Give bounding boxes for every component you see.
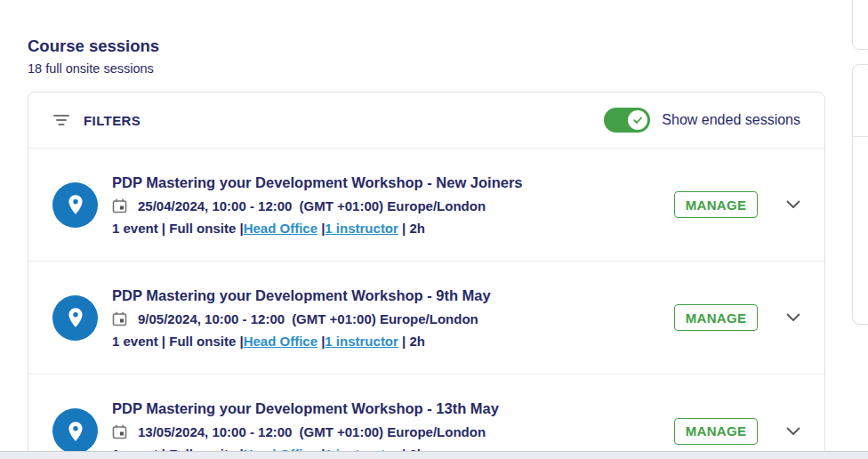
show-ended-label: Show ended sessions — [662, 112, 800, 128]
meta-separator: | — [398, 334, 410, 349]
meta-separator: | — [236, 221, 243, 236]
calendar-icon — [112, 198, 127, 213]
location-pin-badge — [52, 295, 98, 341]
session-title: PDP Mastering your Development Workshop … — [112, 174, 674, 191]
chevron-down-icon[interactable] — [786, 427, 800, 436]
session-datetime: 25/04/2024, 10:00 - 12:00 — [138, 198, 292, 213]
session-timezone: (GMT +01:00) Europe/London — [292, 311, 478, 326]
right-panel-card-partial — [852, 0, 868, 50]
events-count: 1 event — [112, 221, 158, 236]
right-panel-card-partial — [852, 64, 868, 325]
session-row: PDP Mastering your Development Workshop … — [28, 262, 824, 374]
filter-icon — [52, 113, 70, 127]
map-pin-icon — [64, 420, 87, 443]
show-ended-toggle[interactable] — [604, 108, 650, 133]
check-icon — [631, 114, 644, 126]
session-timezone: (GMT +01:00) Europe/London — [299, 424, 486, 439]
session-row: PDP Mastering your Development Workshop … — [28, 149, 824, 262]
filter-bar: FILTERS Show ended sessions — [28, 93, 824, 149]
instructor-link[interactable]: 1 instructor — [325, 221, 398, 236]
session-timezone: (GMT +01:00) Europe/London — [299, 198, 486, 213]
map-pin-icon — [64, 193, 87, 216]
show-ended-control: Show ended sessions — [604, 108, 800, 133]
meta-separator: | — [236, 334, 243, 349]
meta-separator: | — [398, 221, 410, 236]
location-link[interactable]: Head Office — [244, 221, 317, 236]
session-info: PDP Mastering your Development Workshop … — [112, 287, 674, 349]
session-title: PDP Mastering your Development Workshop … — [112, 400, 674, 417]
session-title: PDP Mastering your Development Workshop … — [112, 287, 674, 304]
session-info: PDP Mastering your Development Workshop … — [112, 174, 674, 236]
instructor-link[interactable]: 1 instructor — [325, 334, 398, 349]
location-pin-badge — [52, 408, 98, 454]
manage-button[interactable]: MANAGE — [674, 191, 758, 218]
toggle-knob — [628, 110, 647, 130]
page-subtitle: 18 full onsite sessions — [28, 61, 159, 76]
session-row: PDP Mastering your Development Workshop … — [28, 374, 824, 459]
session-datetime: 9/05/2024, 10:00 - 12:00 — [138, 311, 285, 326]
chevron-down-icon[interactable] — [786, 313, 800, 322]
location-link[interactable]: Head Office — [244, 334, 317, 349]
calendar-icon — [112, 424, 127, 439]
filters-label: FILTERS — [84, 113, 141, 128]
calendar-icon — [112, 311, 127, 326]
session-datetime: 13/05/2024, 10:00 - 12:00 — [138, 424, 292, 439]
filters-control[interactable]: FILTERS — [52, 113, 141, 128]
session-format: Full onsite — [169, 221, 236, 236]
session-date-row: 9/05/2024, 10:00 - 12:00 (GMT +01:00) Eu… — [112, 311, 674, 326]
page-title: Course sessions — [28, 36, 159, 56]
session-duration: 2h — [409, 221, 425, 236]
meta-separator: | — [158, 221, 170, 236]
session-date-row: 25/04/2024, 10:00 - 12:00 (GMT +01:00) E… — [112, 198, 674, 213]
page-header: Course sessions 18 full onsite sessions — [28, 36, 159, 76]
meta-separator: | — [158, 334, 170, 349]
manage-button[interactable]: MANAGE — [674, 304, 758, 331]
location-pin-badge — [52, 182, 98, 228]
horizontal-scrollbar[interactable] — [0, 451, 868, 459]
manage-button[interactable]: MANAGE — [674, 418, 758, 445]
right-panel-divider — [853, 136, 868, 137]
session-duration: 2h — [409, 334, 425, 349]
session-meta-row: 1 event | Full onsite |Head Office |1 in… — [112, 221, 674, 236]
chevron-down-icon[interactable] — [786, 200, 800, 209]
session-format: Full onsite — [169, 334, 236, 349]
session-date-row: 13/05/2024, 10:00 - 12:00 (GMT +01:00) E… — [112, 424, 674, 439]
sessions-card: FILTERS Show ended sessions PDP Masterin… — [28, 92, 825, 459]
map-pin-icon — [64, 306, 87, 329]
events-count: 1 event — [112, 334, 158, 349]
session-meta-row: 1 event | Full onsite |Head Office |1 in… — [112, 334, 674, 349]
